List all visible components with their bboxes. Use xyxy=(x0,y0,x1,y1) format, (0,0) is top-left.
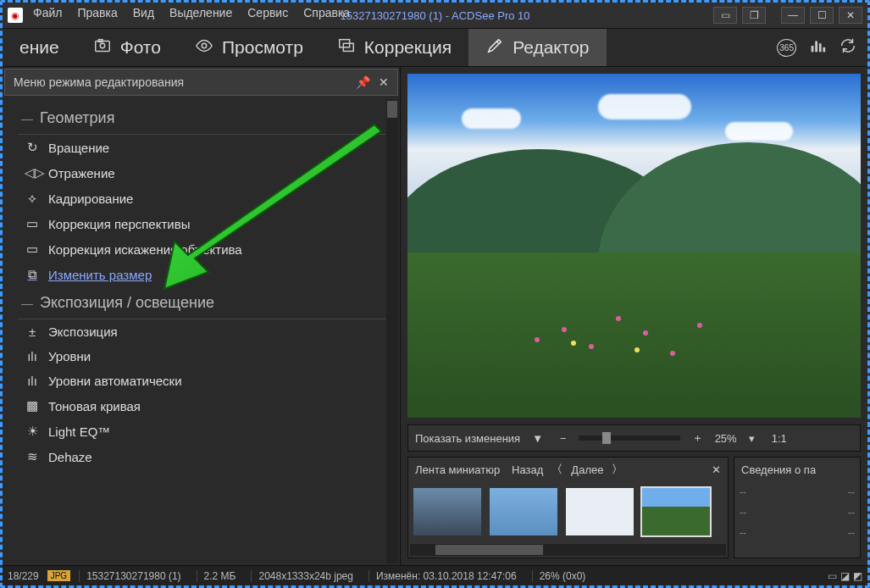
info-cell: -- xyxy=(848,527,855,539)
status-dims: 2048x1333x24b jpeg xyxy=(251,570,359,582)
tool-dehaze[interactable]: ≋Dehaze xyxy=(18,444,391,469)
filmstrip-close-icon[interactable]: ✕ xyxy=(712,463,721,476)
tool-lens[interactable]: ▭Коррекция искажения объектива xyxy=(18,236,391,262)
chevron-left-icon[interactable]: 〈 xyxy=(551,462,562,477)
filmstrip-back[interactable]: Назад xyxy=(512,463,543,476)
window-button-2[interactable]: ❐ xyxy=(742,7,766,24)
tool-curves-label: Тоновая кривая xyxy=(48,399,141,413)
tab-partial[interactable]: ение xyxy=(3,29,76,66)
svg-rect-7 xyxy=(815,41,817,52)
thumbnail-selected[interactable] xyxy=(642,488,710,535)
histogram-icon[interactable] xyxy=(808,36,827,59)
thumbnail[interactable] xyxy=(566,488,634,535)
group-geometry[interactable]: — Геометрия xyxy=(18,103,391,134)
thumbnails xyxy=(408,481,728,542)
crop-icon: ⟡ xyxy=(25,191,40,206)
status-icon[interactable]: ▭ xyxy=(828,570,837,582)
tab-photo[interactable]: Фото xyxy=(76,29,178,66)
status-icon[interactable]: ◩ xyxy=(853,570,862,582)
group-exposure[interactable]: — Экспозиция / освещение xyxy=(18,287,391,319)
dehaze-icon: ≋ xyxy=(25,449,40,464)
menu-view[interactable]: Вид xyxy=(133,6,154,19)
minimize-button[interactable]: — xyxy=(781,7,805,24)
svg-point-3 xyxy=(202,43,207,48)
filmstrip-next[interactable]: Далее xyxy=(571,463,603,476)
eye-icon xyxy=(195,36,213,59)
tool-flip-label: Отражение xyxy=(48,166,115,180)
tool-flip[interactable]: ◁▷Отражение xyxy=(18,160,391,186)
tool-rotate[interactable]: ↻Вращение xyxy=(18,135,391,160)
window-title: 15327130271980 (1) - ACDSee Pro 10 xyxy=(340,9,529,22)
mode-tabs: ение Фото Просмотр Коррекция Редактор xyxy=(3,28,867,67)
menu-select[interactable]: Выделение xyxy=(169,6,232,19)
sliders-icon xyxy=(337,36,356,59)
three-sixty-icon[interactable]: 365 xyxy=(777,39,796,57)
tool-rotate-label: Вращение xyxy=(48,141,109,155)
preview-controls: Показать изменения ▼ − ＋ 25% ▾ 1:1 xyxy=(407,424,861,452)
tab-view-label: Просмотр xyxy=(222,37,303,58)
tab-view[interactable]: Просмотр xyxy=(178,29,320,66)
info-cell: -- xyxy=(740,486,746,498)
image-preview[interactable] xyxy=(407,74,861,418)
menu-file[interactable]: Файл xyxy=(33,6,62,19)
tab-correction-label: Коррекция xyxy=(364,37,452,58)
panel-header: Меню режима редактирования 📌 ✕ xyxy=(4,69,398,96)
thumbnail[interactable] xyxy=(413,488,481,535)
menubar: Файл Правка Вид Выделение Сервис Справка xyxy=(33,6,350,19)
light-eq-icon: ☀ xyxy=(25,424,40,439)
tab-partial-label: ение xyxy=(19,37,59,58)
sync-icon[interactable] xyxy=(839,36,857,59)
brush-icon xyxy=(485,36,504,59)
tab-correction[interactable]: Коррекция xyxy=(320,29,468,66)
tool-curves[interactable]: ▩Тоновая кривая xyxy=(18,393,391,419)
zoom-dropdown[interactable]: ▾ xyxy=(744,430,760,447)
panel-scrollbar[interactable] xyxy=(386,99,398,563)
group-geometry-title: Геометрия xyxy=(40,109,114,127)
svg-rect-9 xyxy=(823,47,825,52)
tool-levels[interactable]: ılıУровни xyxy=(18,344,391,369)
status-format: JPG xyxy=(47,570,70,581)
maximize-button[interactable]: ☐ xyxy=(810,7,834,24)
tab-editor[interactable]: Редактор xyxy=(468,29,606,66)
info-cell: -- xyxy=(740,507,746,519)
exposure-icon: ± xyxy=(25,325,40,339)
zoom-out-button[interactable]: − xyxy=(555,430,572,447)
tool-light-eq[interactable]: ☀Light EQ™ xyxy=(18,419,391,444)
show-changes-label: Показать изменения xyxy=(415,432,520,445)
menu-edit[interactable]: Правка xyxy=(77,6,117,19)
tool-exposure[interactable]: ±Экспозиция xyxy=(18,319,391,344)
status-size: 2.2 МБ xyxy=(197,570,243,582)
thumbnail[interactable] xyxy=(490,488,557,535)
tool-auto-levels[interactable]: ılıУровни автоматически xyxy=(18,369,391,393)
svg-rect-6 xyxy=(812,46,814,52)
panel-close-icon[interactable]: ✕ xyxy=(379,75,389,89)
filmstrip-scrollbar[interactable] xyxy=(410,544,726,556)
tool-exposure-label: Экспозиция xyxy=(48,325,118,339)
show-changes-dropdown[interactable]: ▼ xyxy=(527,430,548,447)
tool-resize[interactable]: ⧉Изменить размер xyxy=(18,262,391,287)
info-panel: Сведения о па ---- ---- ---- xyxy=(734,457,861,558)
status-index: 18/229 xyxy=(8,570,39,582)
app-icon: ◉ xyxy=(8,8,23,23)
chevron-right-icon[interactable]: 〉 xyxy=(612,462,623,477)
zoom-value: 25% xyxy=(715,432,737,445)
status-filename: 15327130271980 (1) xyxy=(79,570,187,582)
tool-auto-levels-label: Уровни автоматически xyxy=(48,374,182,388)
zoom-in-button[interactable]: ＋ xyxy=(687,429,708,447)
tab-photo-label: Фото xyxy=(120,37,161,58)
tool-crop-label: Кадрирование xyxy=(48,191,133,206)
window-button-1[interactable]: ▭ xyxy=(713,7,737,24)
tool-crop[interactable]: ⟡Кадрирование xyxy=(18,186,391,211)
close-button[interactable]: ✕ xyxy=(839,7,862,24)
tool-perspective[interactable]: ▭Коррекция перспективы xyxy=(18,211,391,236)
zoom-slider[interactable] xyxy=(579,435,680,441)
panel-title: Меню режима редактирования xyxy=(14,75,184,89)
pin-icon[interactable]: 📌 xyxy=(356,75,370,89)
tool-dehaze-label: Dehaze xyxy=(48,450,92,464)
menu-tools[interactable]: Сервис xyxy=(247,6,288,19)
one-to-one-button[interactable]: 1:1 xyxy=(767,430,792,447)
svg-rect-0 xyxy=(95,41,109,51)
titlebar: ◉ Файл Правка Вид Выделение Сервис Справ… xyxy=(3,3,867,28)
flip-icon: ◁▷ xyxy=(25,165,40,180)
status-icon[interactable]: ◪ xyxy=(840,570,850,582)
